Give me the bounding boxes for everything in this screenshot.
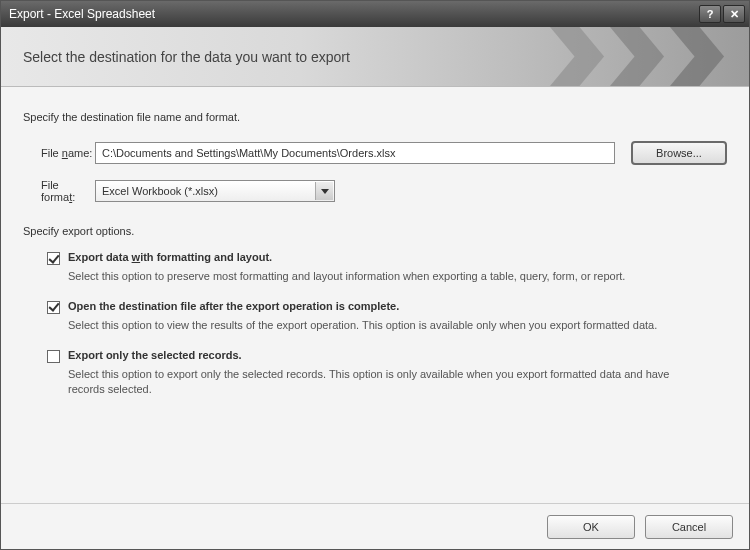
option-description: Select this option to preserve most form…	[68, 269, 708, 284]
file-name-row: File name: C:\Documents and Settings\Mat…	[23, 141, 727, 165]
option-export-formatting: Export data with formatting and layout. …	[47, 251, 727, 284]
header-decoration	[489, 27, 749, 86]
option-title: Export data with formatting and layout.	[68, 251, 272, 263]
help-button[interactable]: ?	[699, 5, 721, 23]
file-format-value: Excel Workbook (*.xlsx)	[102, 185, 218, 197]
svg-marker-3	[321, 189, 329, 194]
checkbox-selected-records[interactable]	[47, 350, 60, 363]
option-description: Select this option to export only the se…	[68, 367, 708, 397]
dialog-footer: OK Cancel	[1, 503, 749, 549]
wizard-header: Select the destination for the data you …	[1, 27, 749, 87]
ok-button[interactable]: OK	[547, 515, 635, 539]
file-name-label: File name:	[23, 147, 95, 159]
option-title: Open the destination file after the expo…	[68, 300, 399, 312]
file-format-row: File format: Excel Workbook (*.xlsx)	[23, 179, 727, 203]
cancel-button[interactable]: Cancel	[645, 515, 733, 539]
svg-marker-1	[610, 27, 664, 86]
export-dialog: Export - Excel Spreadsheet ? ✕ Select th…	[0, 0, 750, 550]
svg-marker-0	[550, 27, 604, 86]
file-format-label: File format:	[23, 179, 95, 203]
combo-dropdown-button[interactable]	[315, 182, 333, 200]
browse-button[interactable]: Browse...	[631, 141, 727, 165]
arrow-icon	[610, 27, 669, 86]
options-section-label: Specify export options.	[23, 225, 727, 237]
dialog-body: Specify the destination file name and fo…	[1, 87, 749, 503]
checkbox-export-formatting[interactable]	[47, 252, 60, 265]
svg-marker-2	[670, 27, 724, 86]
option-selected-records: Export only the selected records. Select…	[47, 349, 727, 397]
title-bar[interactable]: Export - Excel Spreadsheet ? ✕	[1, 1, 749, 27]
wizard-heading: Select the destination for the data you …	[23, 49, 350, 65]
destination-section-label: Specify the destination file name and fo…	[23, 111, 727, 123]
chevron-down-icon	[321, 189, 329, 194]
close-icon: ✕	[730, 9, 739, 20]
option-open-after-export: Open the destination file after the expo…	[47, 300, 727, 333]
file-name-input[interactable]: C:\Documents and Settings\Matt\My Docume…	[95, 142, 615, 164]
arrow-icon	[670, 27, 729, 86]
file-format-combo[interactable]: Excel Workbook (*.xlsx)	[95, 180, 335, 202]
help-icon: ?	[707, 9, 714, 20]
arrow-icon	[550, 27, 609, 86]
option-title: Export only the selected records.	[68, 349, 242, 361]
checkbox-open-after-export[interactable]	[47, 301, 60, 314]
option-description: Select this option to view the results o…	[68, 318, 708, 333]
close-button[interactable]: ✕	[723, 5, 745, 23]
window-title: Export - Excel Spreadsheet	[9, 7, 697, 21]
browse-button-label: Browse...	[656, 147, 702, 159]
